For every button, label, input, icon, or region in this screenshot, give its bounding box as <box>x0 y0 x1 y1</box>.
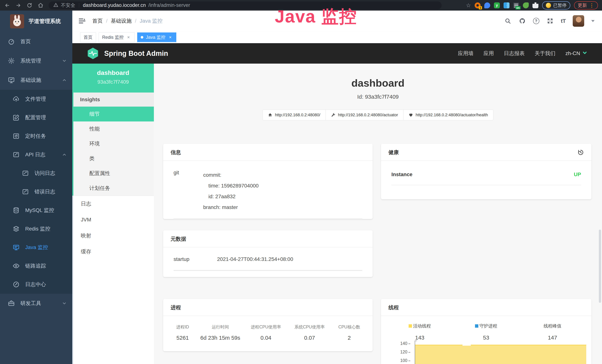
warning-icon[interactable] <box>54 3 58 8</box>
extension-badge: 1 <box>479 6 482 10</box>
sba-nav-applications[interactable]: 应用 <box>484 50 494 57</box>
forward-icon[interactable] <box>15 2 22 9</box>
api-log-icon <box>13 151 20 158</box>
sidebar-item-config[interactable]: 配置管理 <box>0 108 72 127</box>
bookmark-star-icon[interactable]: ☆ <box>466 2 471 9</box>
sba-item-config-props[interactable]: 配置属性 <box>72 166 154 181</box>
sba-item-jvm[interactable]: JVM <box>72 212 154 228</box>
sba-item-caches[interactable]: 缓存 <box>72 244 154 260</box>
process-card: 进程 进程ID 5261 运行时间 6d 23h 15m 59s <box>163 299 373 351</box>
sba-sidebar: dashboard 93a3fc7f7409 Insights 细节 性能 环境… <box>72 64 154 364</box>
github-icon[interactable] <box>519 17 526 25</box>
extension-on-badge: on <box>516 6 521 10</box>
sidebar-item-infra[interactable]: 基础设施 <box>0 70 72 90</box>
extension-icon-pin[interactable] <box>484 2 490 8</box>
metadata-card: 元数据 startup 2021-04-27T00:44:31.254+08:0… <box>163 230 373 277</box>
font-size-icon[interactable]: tT <box>561 18 566 24</box>
tag-home[interactable]: 首页 <box>80 32 96 42</box>
spring-boot-admin-logo <box>87 47 99 60</box>
process-card-title: 进程 <box>171 304 181 311</box>
search-icon[interactable] <box>504 17 512 25</box>
home-icon[interactable] <box>37 2 44 9</box>
screen: 不安全 dashboard.yudao.iocoder.cn/infra/adm… <box>0 0 602 364</box>
layers-icon <box>13 225 20 232</box>
avatar[interactable] <box>573 15 584 27</box>
sba-nav-wallboard[interactable]: 应用墙 <box>458 50 473 57</box>
threads-card: 线程 活动线程 143 守护进程 53 线程峰值 <box>381 299 591 364</box>
instance-id: 93a3fc7f7409 <box>72 79 154 85</box>
address-bar[interactable]: 不安全 dashboard.yudao.iocoder.cn/infra/adm… <box>49 1 442 9</box>
sidebar-item-api-log[interactable]: API 日志 <box>0 145 72 164</box>
sidebar-item-trace[interactable]: 链路追踪 <box>0 257 72 275</box>
sidebar-item-devtools[interactable]: 研发工具 <box>0 294 72 313</box>
eye-icon <box>13 262 20 269</box>
extensions-puzzle-icon[interactable] <box>532 2 538 8</box>
endpoint-actuator-button[interactable]: http://192.168.0.2:48080/actuator <box>326 110 403 120</box>
tag-java-monitor[interactable]: Java 监控 × <box>137 32 176 42</box>
sidebar-item-mysql[interactable]: MySQL 监控 <box>0 201 72 220</box>
paused-pill[interactable]: 已暂停 <box>542 1 570 10</box>
sba-item-metrics[interactable]: 性能 <box>72 121 154 136</box>
fullscreen-icon[interactable] <box>546 17 554 25</box>
edit-icon <box>13 114 20 121</box>
sidebar-item-error-log[interactable]: 错误日志 <box>0 182 72 201</box>
help-icon[interactable]: ? <box>533 18 539 24</box>
sidebar-item-system[interactable]: 系统管理 <box>0 51 72 70</box>
scrollbar-thumb[interactable] <box>599 230 601 303</box>
reload-icon[interactable] <box>26 2 33 9</box>
extension-icon-list[interactable]: on <box>513 2 519 8</box>
sba-item-mappings[interactable]: 映射 <box>72 228 154 244</box>
close-icon[interactable]: × <box>168 35 173 40</box>
process-col-pid: 进程ID 5261 <box>169 324 196 341</box>
sba-nav-about[interactable]: 关于我们 <box>535 50 556 57</box>
breadcrumb: 首页 / 基础设施 / Java 监控 <box>92 17 163 24</box>
hamburger-icon[interactable] <box>78 17 86 25</box>
metadata-card-title: 元数据 <box>171 236 186 243</box>
metadata-row-startup: startup 2021-04-27T00:44:31.254+08:00 <box>173 256 362 271</box>
endpoint-health-button[interactable]: http://192.168.0.2:48080/actuator/health <box>403 110 493 120</box>
extension-icon-grid[interactable] <box>504 2 509 8</box>
back-icon[interactable] <box>4 2 10 9</box>
extension-icon-youdao[interactable]: y <box>494 2 500 8</box>
sba-item-details[interactable]: 细节 <box>72 107 154 121</box>
update-button[interactable]: 更新 ⋮ <box>574 1 598 10</box>
app-logo[interactable]: 芋道管理系统 <box>0 11 72 32</box>
sba-item-scheduled-tasks[interactable]: 计划任务 <box>72 181 154 196</box>
breadcrumb-home[interactable]: 首页 <box>92 17 103 24</box>
sidebar-item-access-log[interactable]: 访问日志 <box>0 164 72 182</box>
gear-icon <box>8 57 15 64</box>
sba-item-logs[interactable]: 日志 <box>72 196 154 212</box>
instance-header[interactable]: dashboard 93a3fc7f7409 <box>72 64 154 93</box>
sidebar-item-java-monitor[interactable]: Java 监控 <box>0 238 72 257</box>
kebab-menu-icon[interactable]: ⋮ <box>589 2 594 8</box>
sidebar-item-file[interactable]: 文件管理 <box>0 90 72 108</box>
sba-nav: 应用墙 应用 日志报表 关于我们 zh-CN <box>458 50 588 57</box>
page-title: dashboard <box>154 77 602 89</box>
error-log-icon <box>22 188 29 195</box>
close-icon[interactable]: × <box>126 35 131 40</box>
sba-brand[interactable]: Spring Boot Admin <box>104 50 168 57</box>
sba-item-environment[interactable]: 环境 <box>72 136 154 151</box>
tag-redis-monitor[interactable]: Redis 监控 × <box>99 32 135 42</box>
extension-icon-orange[interactable]: 1 <box>475 2 481 8</box>
sba-item-classes[interactable]: 类 <box>72 151 154 166</box>
endpoint-home-button[interactable]: http://192.168.0.2:48080/ <box>263 110 326 120</box>
avatar-caret-icon[interactable] <box>591 20 595 22</box>
threads-card-title: 线程 <box>388 304 399 311</box>
sidebar-item-job[interactable]: 定时任务 <box>0 127 72 145</box>
history-icon[interactable] <box>577 149 584 156</box>
sba-nav-journal[interactable]: 日志报表 <box>504 50 525 57</box>
language-select[interactable]: zh-CN <box>566 50 588 57</box>
sba-header: Spring Boot Admin 应用墙 应用 日志报表 关于我们 zh-CN <box>72 43 602 64</box>
process-col-cpus: CPU核心数 2 <box>331 324 367 341</box>
sidebar-accent-strip <box>72 64 74 196</box>
sidebar-item-log-center[interactable]: 日志中心 <box>0 275 72 294</box>
process-col-uptime: 运行时间 6d 23h 15m 59s <box>196 324 244 341</box>
sidebar-item-redis[interactable]: Redis 监控 <box>0 220 72 238</box>
api-log-submenu: 访问日志 错误日志 <box>0 164 72 201</box>
sidebar-item-home[interactable]: 首页 <box>0 32 72 51</box>
legend-swatch-live <box>409 324 412 328</box>
breadcrumb-infra[interactable]: 基础设施 <box>111 17 132 24</box>
extension-icon-leaf[interactable] <box>523 2 529 8</box>
url-host: dashboard.yudao.iocoder.cn <box>83 2 146 8</box>
